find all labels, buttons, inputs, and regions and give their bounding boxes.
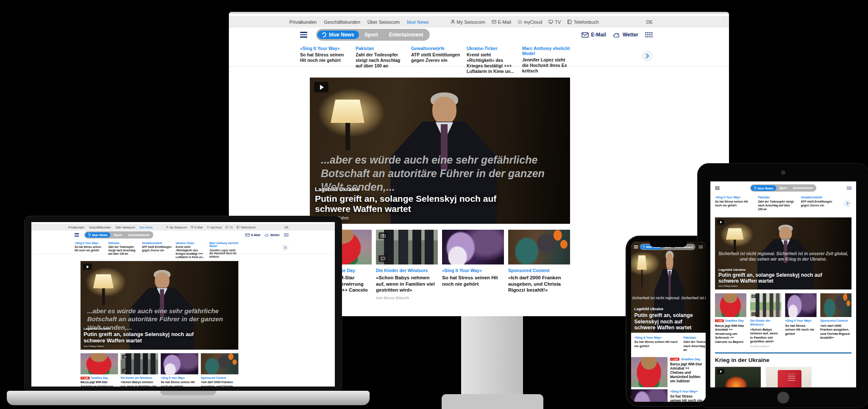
article-card-windsors[interactable]: Die Kinder der Windsors «Schon Babys neh…: [376, 230, 438, 300]
phone-article-row-deadline-day[interactable]: LIVE Deadline Day Barça jagt WM-Star Amr…: [631, 357, 706, 387]
ticker-item[interactable]: «Sing It Your Way» So hat Stress seinen …: [300, 46, 350, 63]
ticker-item[interactable]: Gewaltvorwürfe ATP stellt Ermittlungen g…: [801, 196, 838, 207]
ticker-item[interactable]: «Sing It Your Way» So hat Stress seinen …: [75, 242, 105, 252]
tablet-hero-video-teaser[interactable]: Sicherheit ist nicht regional. Sicherhei…: [715, 217, 851, 289]
language-selector[interactable]: DE: [646, 19, 653, 25]
topbar-account-links: My Swisscom E-Mail myCloud TV: [166, 225, 256, 228]
speaker-tie-shape: [669, 271, 671, 299]
tv-link[interactable]: TV: [548, 19, 561, 25]
topbar-link-privatkunden[interactable]: Privatkunden: [289, 19, 317, 25]
mycloud-link[interactable]: myCloud: [206, 225, 221, 228]
article-card-windsors[interactable]: Die Kinder der Windsors «Schon Babys neh…: [121, 353, 159, 387]
ticker-kicker: Marc Anthony ehelicht Model: [209, 242, 240, 248]
article-card-sing-it-your-way[interactable]: «Sing It Your Way» So hat Stress seinen …: [785, 293, 817, 348]
tab-entertainment[interactable]: Entertainment: [790, 185, 816, 191]
ticker-item[interactable]: Ukraine-Ticker Kreml sieht «Richtigkeit»…: [467, 46, 517, 75]
article-card-sing-it-your-way[interactable]: «Sing It Your Way» So hat Stress seinen …: [442, 230, 504, 300]
article-card-sponsored[interactable]: Sponsored Content «Ich darf 2000 Franken…: [508, 230, 570, 300]
phonebook-icon: [236, 225, 239, 228]
mycloud-link[interactable]: myCloud: [517, 19, 542, 25]
ticker-title: Zahl der Todesopfer steigt nach Anschlag…: [356, 52, 406, 69]
ukraine-video-teaser[interactable]: [715, 367, 761, 387]
apps-grid-icon[interactable]: [699, 245, 703, 249]
phone-article-row-sing-it-your-way[interactable]: «Sing It Your Way» So hat Stress seinen …: [631, 389, 706, 402]
weather-button[interactable]: Wetter: [613, 32, 638, 38]
my-swisscom-link[interactable]: My Swisscom: [166, 225, 187, 228]
tv-label: TV: [229, 225, 233, 228]
ticker-item[interactable]: «Sing It Your Way» So hat Stress seinen …: [715, 196, 752, 207]
email-link[interactable]: E-Mail: [191, 225, 203, 228]
topbar-link-geschaeftskunden[interactable]: Geschäftskunden: [324, 19, 360, 25]
email-button[interactable]: E-Mail: [581, 32, 606, 38]
topbar-link-ueber-swisscom[interactable]: Über Swisscom: [115, 225, 135, 228]
menu-icon[interactable]: [634, 245, 638, 248]
email-link[interactable]: E-Mail: [492, 19, 511, 25]
lamp-stem-shape: [641, 270, 643, 287]
weather-icon: [613, 32, 620, 38]
ticker-next-button[interactable]: [844, 199, 851, 207]
topbar-account-links: My Swisscom E-Mail myCloud TV: [451, 19, 599, 25]
article-card-sing-it-your-way[interactable]: «Sing It Your Way» So hat Stress seinen …: [161, 353, 198, 387]
laptop-base: [7, 391, 370, 405]
ticker-item[interactable]: Ukraine-Ticker Kreml sieht «Richtigkeit»…: [175, 242, 206, 259]
ticker-item[interactable]: Gewaltvorwürfe ATP stellt Ermittlungen g…: [142, 242, 172, 252]
menu-icon[interactable]: [300, 32, 307, 37]
tab-entertainment[interactable]: Entertainment: [384, 30, 429, 39]
menu-icon[interactable]: [715, 186, 720, 190]
email-button[interactable]: E-Mail: [245, 233, 260, 236]
hero-video-teaser[interactable]: ...aber es würde auch eine sehr gefährli…: [310, 78, 570, 224]
phone-notch: [650, 242, 687, 247]
ticker-item[interactable]: Pakistan Zahl der Todesopfer steigt nach…: [356, 46, 406, 69]
ticker-item[interactable]: Pakistan Zahl der Todesopfer steigt nach…: [758, 196, 795, 211]
ticker-next-button[interactable]: [642, 50, 653, 61]
play-icon[interactable]: [83, 264, 92, 270]
tab-sport[interactable]: Sport: [359, 30, 383, 39]
topbar-link-privatkunden[interactable]: Privatkunden: [68, 225, 85, 228]
weather-button[interactable]: Wetter: [264, 233, 280, 236]
topbar-link-ueber-swisscom[interactable]: Über Swisscom: [367, 19, 400, 25]
ticker-item[interactable]: Pakistan Zahl der Todesopfer steigt nach…: [108, 242, 139, 256]
tv-link[interactable]: TV: [225, 225, 233, 228]
ticker-next-button[interactable]: [282, 245, 289, 251]
apps-grid-icon[interactable]: [284, 233, 289, 236]
ticker-item[interactable]: Pakistan Zahl der Todesopfer steigt nach…: [684, 336, 706, 352]
article-card-deadline-day[interactable]: LIVE Deadline Day Barça jagt WM-Star Amr…: [81, 353, 118, 387]
language-selector[interactable]: DE: [285, 225, 289, 228]
mycloud-label: myCloud: [524, 19, 542, 25]
soccer-player-photo: [715, 293, 746, 317]
telefonbuch-link[interactable]: Telefonbuch: [567, 19, 598, 25]
ticker-kicker: Pakistan: [684, 336, 706, 339]
tablet-camera: [781, 170, 785, 175]
menu-icon[interactable]: [75, 233, 79, 236]
passport-article-teaser[interactable]: [766, 367, 812, 387]
ticker-item[interactable]: Gewaltvorwürfe ATP stellt Ermittlungen g…: [411, 46, 461, 63]
tab-blue-news[interactable]: blue News: [85, 232, 111, 237]
topbar-link-blue-news[interactable]: blue News: [139, 225, 153, 228]
topbar-link-geschaeftskunden[interactable]: Geschäftskunden: [89, 225, 111, 228]
telefonbuch-link[interactable]: Telefonbuch: [236, 225, 256, 228]
card-kicker: «Sing It Your Way»: [670, 390, 698, 393]
play-icon[interactable]: [314, 82, 328, 92]
my-swisscom-link[interactable]: My Swisscom: [451, 19, 485, 25]
apps-grid-icon[interactable]: [645, 32, 653, 38]
tab-sport[interactable]: Sport: [776, 185, 790, 191]
article-card-windsors[interactable]: Die Kinder der Windsors «Schon Babys neh…: [750, 293, 782, 348]
tab-blue-news[interactable]: blue News: [751, 185, 776, 191]
phone-hero-video-teaser[interactable]: blue News Sport Entertainment Sicherheit…: [631, 242, 706, 333]
article-card-row: LIVE Deadline Day Barça jagt WM-Star Amr…: [310, 230, 570, 300]
apps-grid-icon[interactable]: [847, 186, 851, 190]
ticker-item[interactable]: Marc Anthony ehelicht Model Jennifer Lop…: [522, 46, 572, 74]
article-card-deadline-day[interactable]: LIVE Deadline Day Barça jagt WM-Star Amr…: [715, 293, 746, 348]
tablet-home-button[interactable]: [777, 392, 789, 403]
topbar-link-blue-news[interactable]: blue News: [407, 19, 428, 25]
hero-video-teaser[interactable]: ...aber es würde auch eine sehr gefährli…: [81, 261, 239, 350]
tab-entertainment[interactable]: Entertainment: [125, 232, 153, 238]
play-icon[interactable]: [717, 220, 724, 225]
article-card-sponsored[interactable]: Sponsored Content «Ich darf 2000 Franken…: [201, 353, 239, 387]
ticker-item[interactable]: «Sing It Your Way» So hat Stress seinen …: [634, 336, 678, 352]
ticker-item[interactable]: Marc Anthony ehelicht Model Jennifer Lop…: [209, 242, 240, 259]
article-card-sponsored[interactable]: Sponsored Content «Ich darf 2000 Franken…: [820, 293, 851, 348]
tab-blue-news[interactable]: blue News: [317, 31, 359, 39]
my-swisscom-label: My Swisscom: [457, 19, 485, 25]
tab-sport[interactable]: Sport: [111, 232, 125, 238]
